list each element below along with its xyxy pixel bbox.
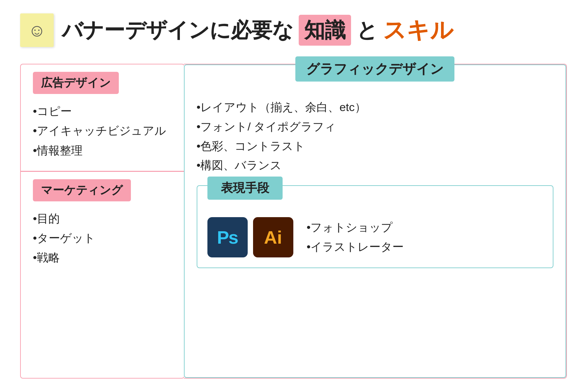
list-item: •レイアウト（揃え、余白、etc） xyxy=(197,98,554,117)
marketing-list: •目的 •ターゲット •戦略 xyxy=(33,209,172,267)
page-title: バナーデザインに必要な 知識 と スキル xyxy=(62,15,453,46)
list-item: •目的 xyxy=(33,209,172,228)
sticky-note: ☺ xyxy=(20,13,54,47)
kokoku-list: •コピー •アイキャッチビジュアル •情報整理 xyxy=(33,102,172,159)
list-item: •コピー xyxy=(33,102,172,120)
marketing-section: マーケティング •目的 •ターゲット •戦略 xyxy=(21,172,184,278)
expression-label: 表現手段 xyxy=(207,177,283,200)
list-item: •アイキャッチビジュアル xyxy=(33,121,172,140)
right-panel: グラフィックデザイン •レイアウト（揃え、余白、etc） •フォント/ タイポグ… xyxy=(184,64,567,379)
kokoku-section: 広告デザイン •コピー •アイキャッチビジュアル •情報整理 xyxy=(21,64,184,171)
expression-label-row: 表現手段 xyxy=(207,177,543,209)
title-skill: スキル xyxy=(383,15,453,46)
graphic-design-label: グラフィックデザイン xyxy=(295,56,454,82)
title-to: と xyxy=(356,16,378,44)
smiley-icon: ☺ xyxy=(28,20,46,40)
left-panel: 広告デザイン •コピー •アイキャッチビジュアル •情報整理 マーケティング •… xyxy=(20,64,185,379)
list-item: •色彩、コントラスト xyxy=(197,137,554,156)
expression-box: 表現手段 Ps Ai •フォトショップ •イラストレーター xyxy=(197,185,554,268)
title-part1: バナーデザインに必要な xyxy=(62,16,293,44)
kokoku-label: 広告デザイン xyxy=(33,72,119,94)
tools-row: Ps Ai •フォトショップ •イラストレーター xyxy=(207,217,543,257)
graphic-label-row: グラフィックデザイン xyxy=(197,56,554,91)
marketing-label: マーケティング xyxy=(33,179,131,201)
tools-list: •フォトショップ •イラストレーター xyxy=(307,218,404,257)
main-content: 広告デザイン •コピー •アイキャッチビジュアル •情報整理 マーケティング •… xyxy=(20,64,567,379)
list-item: •構図、バランス xyxy=(197,156,554,175)
photoshop-icon: Ps xyxy=(207,217,248,257)
list-item: •フォント/ タイポグラフィ xyxy=(197,117,554,137)
graphic-list: •レイアウト（揃え、余白、etc） •フォント/ タイポグラフィ •色彩、コント… xyxy=(197,98,554,175)
app-icons: Ps Ai xyxy=(207,217,293,257)
list-item: •情報整理 xyxy=(33,141,172,159)
list-item: •イラストレーター xyxy=(307,237,404,257)
list-item: •戦略 xyxy=(33,248,172,266)
header: ☺ バナーデザインに必要な 知識 と スキル xyxy=(20,13,567,47)
graphic-outer-box: グラフィックデザイン •レイアウト（揃え、余白、etc） •フォント/ タイポグ… xyxy=(184,64,567,378)
list-item: •ターゲット xyxy=(33,229,172,247)
title-chishiki: 知識 xyxy=(299,15,351,46)
list-item: •フォトショップ xyxy=(307,218,404,237)
illustrator-icon: Ai xyxy=(253,217,293,257)
